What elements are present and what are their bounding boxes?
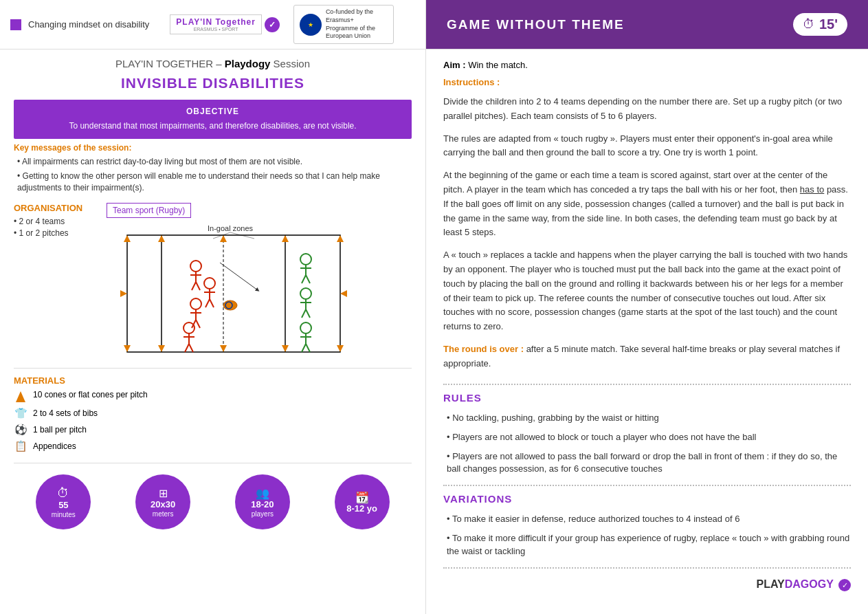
svg-point-29 <box>300 322 311 333</box>
stat-size-label: meters <box>153 510 174 518</box>
session-heading: PLAY'IN TOGETHER – Playdogy Session <box>14 58 412 69</box>
material-3-text: 1 ball per pitch <box>33 425 87 435</box>
svg-point-24 <box>300 288 311 299</box>
material-4-text: Appendices <box>33 441 76 451</box>
key-messages-title: Key messages of the session: <box>14 143 412 153</box>
timer-value: 15' <box>819 17 838 32</box>
stat-time-label: minutes <box>52 511 76 518</box>
rule-1: • No tackling, pushing, grabbing by the … <box>443 412 851 424</box>
material-item-1: 10 cones or flat cones per pitch <box>14 390 412 404</box>
main-title: INVISIBLE DISABILITIES <box>14 75 412 91</box>
key-message-1: • All impairments can restrict day-to-da… <box>14 156 412 168</box>
eu-emblem: ★ <box>300 14 322 36</box>
footer-dagogy: DAGOGY <box>785 578 834 590</box>
svg-line-43 <box>210 299 214 307</box>
cone-icon <box>16 391 25 402</box>
stat-players-icon: 👥 <box>256 487 269 500</box>
playin-badge: ✓ <box>265 17 280 32</box>
playdagogy-footer: PLAYDAGOGY ✓ <box>443 575 851 592</box>
variations-title: VARIATIONS <box>443 493 851 505</box>
svg-marker-15 <box>282 345 289 352</box>
stat-age-icon: 📆 <box>355 491 369 504</box>
material-2-text: 2 to 4 sets of bibs <box>33 408 98 418</box>
svg-line-27 <box>302 309 306 318</box>
game-title: GAME WITHOUT THEME <box>447 17 625 32</box>
variation-1: • To make it easier in defense, reduce a… <box>443 513 851 525</box>
bib-icon: 👕 <box>14 406 27 420</box>
svg-line-42 <box>205 299 210 307</box>
rugby-pitch-diagram: In-goal zones <box>107 221 361 359</box>
stat-players-label: players <box>252 510 274 518</box>
organisation-title: ORGANISATION <box>14 203 96 213</box>
right-para-1: Divide the children into 2 to 4 teams de… <box>443 95 851 124</box>
rules-title: RULES <box>443 392 851 404</box>
materials-title: MATERIALS <box>14 375 412 386</box>
dotted-divider-1 <box>443 384 851 385</box>
stat-circle-time: ⏱ 55 minutes <box>36 474 91 529</box>
svg-line-56 <box>220 263 258 290</box>
key-messages-section: Key messages of the session: • All impai… <box>14 143 412 196</box>
appendices-icon: 📋 <box>14 439 27 453</box>
svg-line-23 <box>306 275 310 283</box>
stat-time-icon: ⏱ <box>57 486 69 501</box>
svg-line-38 <box>196 282 200 290</box>
session-title-end: Session <box>270 58 310 69</box>
diagram-label: Team sport (Rugby) <box>107 203 191 218</box>
eu-text: Co-funded by the Erasmus+ Programme of t… <box>326 8 388 41</box>
svg-marker-10 <box>337 345 344 352</box>
stat-circle-age: 📆 8-12 yo <box>335 474 390 529</box>
svg-line-28 <box>306 309 310 318</box>
right-para-3: At the beginning of the game or each tim… <box>443 168 851 240</box>
stat-size-icon: ⊞ <box>159 487 168 500</box>
svg-marker-7 <box>124 235 131 242</box>
svg-point-39 <box>204 278 215 289</box>
svg-marker-11 <box>158 235 165 242</box>
material-1-text: 10 cones or flat cones per pitch <box>33 390 148 399</box>
key-message-2: • Getting to know the other person will … <box>14 171 412 194</box>
session-title-plain: PLAY'IN TOGETHER – <box>115 58 225 69</box>
play-text: PLAYDAGOGY <box>757 578 836 590</box>
playin-logo-text: PLAY'IN Together <box>176 17 256 27</box>
right-para-4: A « touch » replaces a tackle and happen… <box>443 248 851 334</box>
round-over-label: The round is over : <box>443 344 524 354</box>
timer-icon: ⏱ <box>803 17 815 32</box>
session-title-bold: Playdogy <box>225 58 271 69</box>
aim-row: Aim : Win the match. <box>443 60 851 70</box>
svg-line-53 <box>189 344 193 352</box>
org-square <box>10 19 21 30</box>
svg-marker-12 <box>282 235 289 242</box>
para3-underline: has to <box>800 184 824 195</box>
playdagogy-badge: ✓ <box>838 579 851 591</box>
svg-marker-8 <box>337 235 344 242</box>
organisation-section: ORGANISATION • 2 or 4 teams • 1 or 2 pit… <box>14 203 96 240</box>
footer-stats: ⏱ 55 minutes ⊞ 20x30 meters 👥 18-20 play… <box>14 470 412 534</box>
variation-2: • To make it more difficult if your grou… <box>443 532 851 557</box>
round-over-para: The round is over : after a 5 minute mat… <box>443 342 851 371</box>
section-divider <box>14 368 412 369</box>
objective-title: OBJECTIVE <box>27 107 398 116</box>
svg-point-49 <box>183 322 194 333</box>
rule-2: • Players are not allowed to block or to… <box>443 431 851 443</box>
svg-rect-3 <box>127 235 340 352</box>
material-item-2: 👕 2 to 4 sets of bibs <box>14 406 412 420</box>
svg-point-44 <box>190 298 201 309</box>
svg-marker-16 <box>220 345 227 352</box>
instructions-label: Instructions : <box>443 77 851 87</box>
svg-marker-13 <box>220 235 227 242</box>
svg-marker-18 <box>340 290 347 297</box>
svg-text:In-goal zones: In-goal zones <box>208 224 254 232</box>
stat-circle-size: ⊞ 20x30 meters <box>135 474 190 529</box>
timer-box: ⏱ 15' <box>793 13 847 36</box>
rule-3: • Players are not allowed to pass the ba… <box>443 450 851 475</box>
para3-before: At the beginning of the game or each tim… <box>443 170 827 195</box>
dotted-divider-2 <box>443 485 851 486</box>
objective-text: To understand that most impairments, and… <box>27 120 398 132</box>
svg-line-52 <box>185 344 189 352</box>
playin-logo-sub: ERASMUS • SPORT <box>194 27 238 32</box>
materials-section: MATERIALS 10 cones or flat cones per pit… <box>14 375 412 456</box>
svg-marker-17 <box>120 290 127 297</box>
org-title: Changing mindset on disability <box>28 19 149 30</box>
material-item-4: 📋 Appendices <box>14 439 412 453</box>
org-item-2: • 1 or 2 pitches <box>14 228 96 238</box>
ball-icon-container: ⚽ <box>14 423 27 437</box>
